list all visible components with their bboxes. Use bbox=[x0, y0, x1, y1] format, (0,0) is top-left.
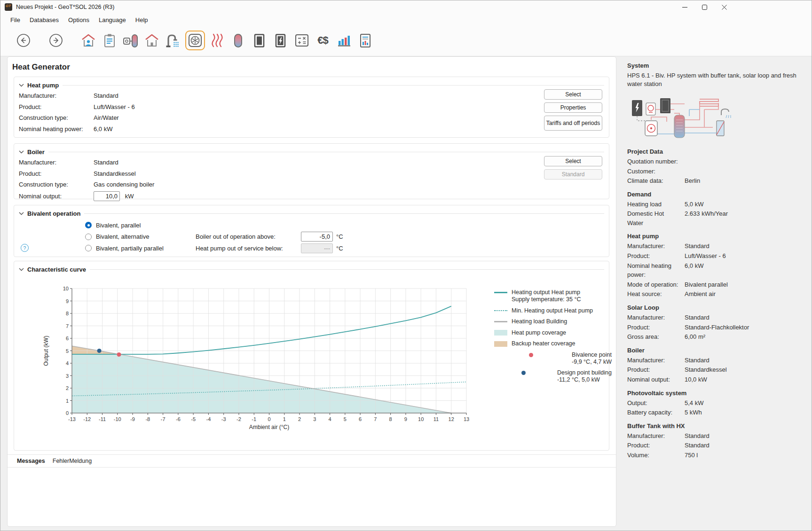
hot-water-tap-icon[interactable] bbox=[162, 30, 183, 51]
menu-item[interactable]: Language bbox=[94, 15, 131, 25]
sidebar-row: Product:Standard-Flachkollektor bbox=[627, 323, 803, 332]
message-tab[interactable]: FehlerMeldung bbox=[53, 458, 92, 464]
field-value: Standard bbox=[94, 157, 604, 168]
sidebar-row: Customer: bbox=[627, 167, 803, 176]
curve-section-header[interactable]: Characteristic curve bbox=[19, 264, 604, 274]
sidebar-section-title: Heat pump bbox=[627, 233, 803, 240]
boiler-section-header[interactable]: Boiler bbox=[19, 147, 604, 157]
svg-text:0: 0 bbox=[268, 416, 270, 422]
svg-text:0: 0 bbox=[66, 410, 69, 416]
economy-icon[interactable]: €$ bbox=[312, 30, 333, 51]
menu-item[interactable]: Databases bbox=[25, 15, 63, 25]
sidebar-row: Manufacturer:Standard bbox=[627, 356, 803, 365]
unit-label: °C bbox=[336, 233, 343, 240]
bivalent-temperature-fields: Boiler out of operation above: °C Heat p… bbox=[196, 231, 343, 254]
legend-swatch bbox=[494, 292, 507, 293]
field-value: Standardkessel bbox=[94, 168, 604, 180]
menu-item[interactable]: Options bbox=[63, 15, 94, 25]
heat-generator-icon[interactable] bbox=[185, 31, 205, 50]
help-icon[interactable]: ? bbox=[21, 244, 29, 252]
chevron-down-icon bbox=[19, 150, 24, 154]
radio-label: Bivalent, parallel bbox=[96, 222, 141, 229]
radio-label: Bivalent, alternative bbox=[96, 233, 149, 240]
field-label: Product: bbox=[19, 102, 94, 113]
close-button[interactable] bbox=[714, 0, 734, 14]
temperature-field-row: Boiler out of operation above: °C bbox=[196, 231, 343, 243]
maximize-button[interactable] bbox=[694, 0, 714, 14]
section-title: Heat pump bbox=[27, 82, 59, 89]
field-label: Nominal output: bbox=[19, 193, 94, 200]
section-divider bbox=[63, 85, 604, 86]
legend-item: Design point building-11,2 °C, 5,0 kW bbox=[494, 369, 612, 383]
svg-text:-2: -2 bbox=[237, 416, 241, 422]
nav-back-icon[interactable] bbox=[13, 30, 34, 51]
sidebar-section-title: Photovoltaic system bbox=[627, 390, 803, 397]
svg-text:9: 9 bbox=[66, 298, 69, 304]
solar-collector-icon[interactable] bbox=[249, 30, 270, 51]
svg-text:11: 11 bbox=[434, 416, 439, 422]
building-icon[interactable] bbox=[141, 30, 162, 51]
main-panel: Heat Generator Heat pump Manufacturer: S… bbox=[7, 56, 616, 527]
field-label: Construction type: bbox=[19, 112, 94, 124]
heat-pump-rows: Manufacturer: Standard Product: Luft/Was… bbox=[19, 90, 604, 134]
radio-label: Bivalent, partially parallel bbox=[96, 245, 164, 252]
menu-item[interactable]: Help bbox=[131, 15, 153, 25]
pv-module-icon[interactable] bbox=[270, 30, 291, 51]
requirements-icon[interactable] bbox=[99, 30, 120, 51]
temperature-input[interactable] bbox=[301, 232, 333, 242]
radio-option[interactable]: Bivalent, alternative bbox=[85, 231, 164, 243]
sidebar-row: Product:Standardkessel bbox=[627, 365, 803, 375]
nominal-output-input[interactable] bbox=[94, 191, 120, 201]
svg-text:-12: -12 bbox=[83, 416, 91, 422]
storage-tank-icon[interactable] bbox=[228, 30, 249, 51]
page-title: Heat Generator bbox=[12, 62, 616, 72]
field-label: Product: bbox=[19, 168, 94, 180]
nav-forward-icon[interactable] bbox=[45, 30, 66, 51]
field-value: Gas condensing boiler bbox=[94, 179, 604, 190]
svg-text:13: 13 bbox=[464, 416, 469, 422]
sidebar-section-title: Demand bbox=[627, 191, 803, 198]
messages-label[interactable]: Messages bbox=[17, 458, 45, 464]
sidebar-row: Product:Luft/Wasser - 6 bbox=[627, 251, 803, 261]
field-label: Heat pump out of service below: bbox=[196, 245, 301, 252]
svg-text:6: 6 bbox=[66, 336, 69, 341]
radio-icon bbox=[85, 234, 92, 240]
calculation-icon[interactable] bbox=[291, 30, 312, 51]
boiler-rows: Manufacturer: Standard Product: Standard… bbox=[19, 157, 604, 190]
project-icon[interactable] bbox=[78, 30, 99, 51]
system-title: System bbox=[627, 62, 803, 69]
minimize-button[interactable] bbox=[675, 0, 694, 14]
field-value: Luft/Wasser - 6 bbox=[94, 102, 604, 113]
menu-item[interactable]: File bbox=[6, 15, 25, 25]
bivalent-section-header[interactable]: Bivalent operation bbox=[19, 208, 604, 219]
chart-legend: Heating output Heat pumpSupply temperatu… bbox=[494, 289, 612, 383]
svg-text:Output (kW): Output (kW) bbox=[43, 336, 49, 366]
heat-pump-system-icon[interactable] bbox=[120, 30, 141, 51]
svg-text:-13: -13 bbox=[68, 416, 76, 422]
temperature-field-row: Heat pump out of service below: °C bbox=[196, 242, 343, 254]
svg-text:1: 1 bbox=[283, 416, 286, 422]
heat-pump-action-button[interactable]: Select bbox=[544, 89, 602, 100]
svg-text:8: 8 bbox=[66, 311, 69, 316]
heating-circuit-icon[interactable] bbox=[206, 30, 228, 51]
section-divider bbox=[90, 269, 604, 270]
legend-swatch bbox=[494, 341, 507, 347]
characteristic-curve-chart: 012345678910-13-12-11-10-9-8-7-6-5-4-3-2… bbox=[41, 283, 469, 438]
radio-option[interactable]: Bivalent, partially parallel bbox=[85, 242, 164, 254]
section-divider bbox=[84, 213, 604, 214]
system-schematic bbox=[629, 94, 737, 141]
temperature-input[interactable] bbox=[301, 243, 333, 253]
heat-pump-action-button[interactable]: Tariffs and off periods bbox=[544, 116, 602, 131]
results-icon[interactable] bbox=[333, 30, 355, 51]
svg-text:6: 6 bbox=[359, 416, 362, 422]
svg-text:10: 10 bbox=[418, 416, 424, 422]
svg-text:2: 2 bbox=[66, 385, 69, 391]
heat-pump-section-header[interactable]: Heat pump bbox=[19, 80, 604, 90]
legend-item: Heating output Heat pumpSupply temperatu… bbox=[494, 289, 612, 303]
field-value: 6,0 kW bbox=[94, 124, 604, 135]
boiler-action-button[interactable]: Standard bbox=[544, 169, 602, 180]
boiler-action-button[interactable]: Select bbox=[544, 156, 602, 166]
report-icon[interactable] bbox=[355, 30, 376, 51]
heat-pump-action-button[interactable]: Properties bbox=[544, 102, 602, 113]
radio-option[interactable]: Bivalent, parallel bbox=[85, 219, 164, 231]
